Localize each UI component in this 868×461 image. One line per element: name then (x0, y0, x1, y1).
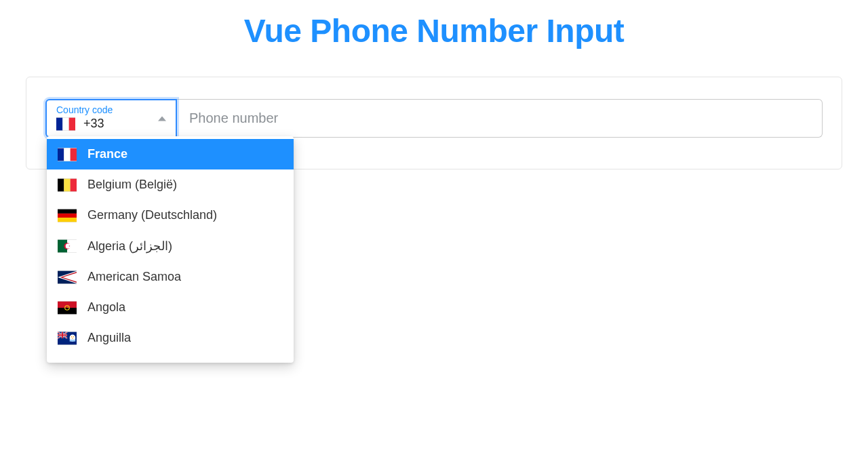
svg-point-15 (66, 243, 71, 248)
flag-icon (58, 332, 77, 345)
svg-rect-0 (56, 117, 62, 130)
country-code-label: Country code (56, 104, 169, 115)
phone-number-input[interactable] (177, 99, 823, 138)
flag-icon (58, 209, 77, 222)
svg-point-34 (73, 336, 74, 336)
form-panel: Country code +33 France Belgium (België)… (26, 77, 842, 169)
country-code-select[interactable]: Country code +33 France Belgium (België)… (45, 99, 177, 138)
dropdown-item-angola[interactable]: Angola (47, 292, 294, 323)
svg-rect-4 (64, 148, 70, 161)
dropdown-item-algeria[interactable]: Algeria (الجزائر) (47, 230, 294, 262)
svg-rect-1 (62, 117, 68, 130)
svg-rect-8 (71, 178, 77, 191)
dropdown-item-american-samoa[interactable]: American Samoa (47, 262, 294, 292)
svg-rect-23 (58, 308, 77, 314)
svg-rect-3 (58, 148, 64, 161)
dropdown-item-france[interactable]: France (47, 139, 294, 169)
dropdown-item-label: Algeria (الجزائر) (87, 239, 172, 254)
dropdown-item-belgium[interactable]: Belgium (België) (47, 169, 294, 200)
svg-rect-9 (58, 209, 77, 213)
flag-icon (58, 239, 77, 253)
dropdown-item-anguilla[interactable]: Anguilla (47, 323, 294, 353)
flag-icon (58, 148, 77, 161)
flag-icon (56, 117, 75, 131)
svg-rect-36 (70, 339, 75, 341)
svg-point-33 (71, 336, 72, 336)
country-dropdown: France Belgium (België) Germany (Deutsch… (47, 136, 294, 363)
dropdown-item-label: Anguilla (87, 331, 131, 345)
svg-rect-7 (64, 178, 70, 191)
svg-rect-2 (69, 117, 75, 130)
dropdown-item-label: France (87, 147, 127, 161)
chevron-up-icon (158, 116, 166, 121)
dropdown-item-label: American Samoa (87, 270, 181, 284)
dropdown-item-germany[interactable]: Germany (Deutschland) (47, 200, 294, 230)
svg-rect-31 (58, 334, 67, 336)
svg-point-35 (72, 338, 73, 338)
svg-rect-10 (58, 213, 77, 217)
dropdown-item-label: Angola (87, 300, 125, 315)
flag-icon (58, 270, 77, 284)
flag-icon (58, 178, 77, 192)
svg-rect-11 (58, 218, 77, 222)
svg-rect-5 (71, 148, 77, 161)
svg-rect-6 (58, 178, 64, 191)
country-code-value: +33 (56, 117, 169, 131)
dropdown-item-label: Belgium (België) (87, 178, 177, 192)
flag-icon (58, 301, 77, 315)
dial-code: +33 (83, 117, 104, 131)
page-title: Vue Phone Number Input (0, 12, 868, 49)
dropdown-item-label: Germany (Deutschland) (87, 208, 217, 222)
phone-input-row: Country code +33 France Belgium (België)… (45, 99, 823, 138)
